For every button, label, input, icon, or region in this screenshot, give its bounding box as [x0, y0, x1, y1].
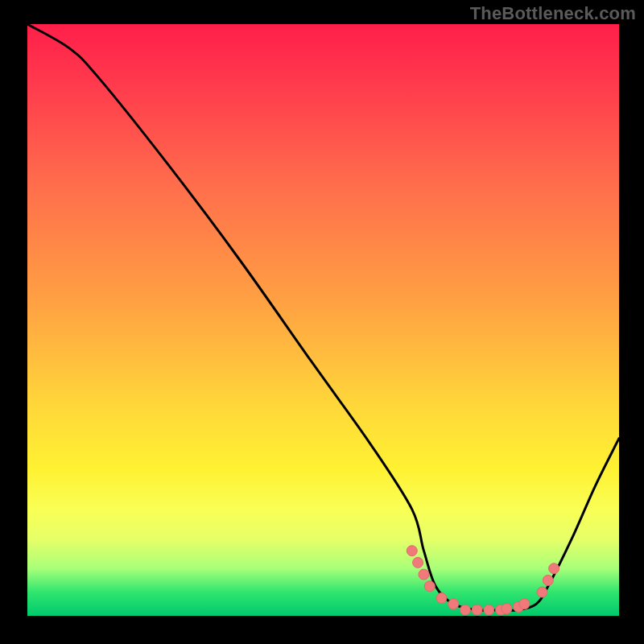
data-point-marker	[460, 605, 470, 615]
data-point-marker	[424, 581, 435, 592]
plot-area	[27, 24, 619, 616]
data-point-marker	[537, 587, 547, 597]
chart-container: TheBottleneck.com	[0, 0, 644, 644]
chart-svg	[27, 24, 619, 616]
bottleneck-curve	[27, 24, 619, 610]
data-point-marker	[448, 599, 459, 609]
watermark-text: TheBottleneck.com	[470, 3, 636, 24]
data-point-marker	[407, 546, 417, 556]
data-point-marker	[419, 569, 429, 580]
data-point-marker	[502, 604, 512, 614]
curve-group	[27, 24, 619, 610]
data-point-marker	[436, 592, 447, 603]
data-point-marker	[472, 605, 482, 615]
data-point-marker	[484, 605, 494, 615]
data-point-marker	[549, 564, 559, 574]
data-point-marker	[519, 599, 530, 609]
data-point-marker	[413, 557, 423, 568]
data-point-marker	[543, 575, 553, 585]
